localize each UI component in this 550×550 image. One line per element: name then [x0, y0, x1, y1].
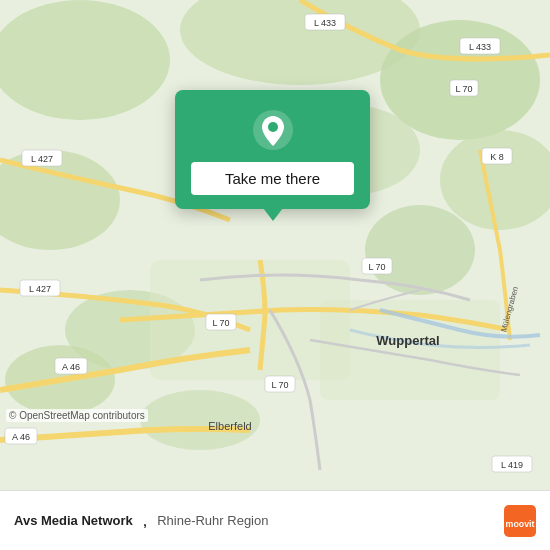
svg-text:L 70: L 70 [212, 318, 229, 328]
svg-text:A 46: A 46 [62, 362, 80, 372]
location-separator: , [143, 512, 147, 530]
map-attribution: © OpenStreetMap contributors [6, 409, 148, 422]
moovit-logo: moovit [504, 505, 536, 537]
svg-text:L 70: L 70 [455, 84, 472, 94]
location-name: Avs Media Network [14, 513, 133, 528]
svg-text:L 419: L 419 [501, 460, 523, 470]
svg-text:Wuppertal: Wuppertal [376, 333, 439, 348]
svg-text:A 46: A 46 [12, 432, 30, 442]
svg-text:L 70: L 70 [368, 262, 385, 272]
svg-text:moovit: moovit [506, 518, 535, 528]
moovit-logo-icon: moovit [504, 505, 536, 537]
bottom-bar: Avs Media Network , Rhine-Ruhr Region mo… [0, 490, 550, 550]
svg-text:Elberfeld: Elberfeld [208, 420, 251, 432]
map-area[interactable]: L 433 L 433 L 427 L 427 L 70 L 70 L 70 A… [0, 0, 550, 490]
svg-text:L 427: L 427 [31, 154, 53, 164]
location-region: Rhine-Ruhr Region [157, 513, 268, 528]
location-pin-icon [251, 108, 295, 152]
svg-text:K 8: K 8 [490, 152, 504, 162]
svg-text:L 427: L 427 [29, 284, 51, 294]
take-me-there-button[interactable]: Take me there [191, 162, 354, 195]
svg-point-41 [268, 122, 278, 132]
location-popup: Take me there [175, 90, 370, 209]
svg-text:L 70: L 70 [271, 380, 288, 390]
svg-text:L 433: L 433 [314, 18, 336, 28]
svg-text:L 433: L 433 [469, 42, 491, 52]
